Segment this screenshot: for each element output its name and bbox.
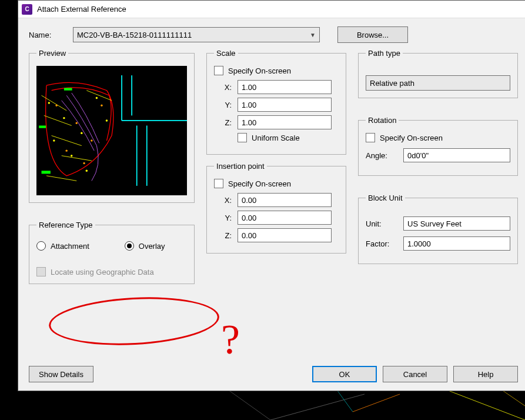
svg-point-22: [76, 122, 78, 124]
block-unit-legend: Block Unit: [366, 194, 405, 202]
ok-button[interactable]: OK: [312, 366, 377, 382]
path-type-dropdown[interactable]: Relative path: [366, 75, 510, 91]
rotation-legend: Rotation: [366, 116, 399, 125]
insertion-group: Insertion point Specify On-screen X: Y: …: [206, 162, 346, 254]
show-details-button[interactable]: Show Details: [29, 366, 93, 382]
attachment-label: Attachment: [51, 242, 89, 251]
rotation-group: Rotation Specify On-screen Angle:: [358, 116, 518, 176]
svg-point-29: [81, 132, 82, 134]
svg-rect-19: [39, 125, 46, 128]
chevron-down-icon: ▼: [310, 32, 316, 38]
scale-x-input[interactable]: [238, 80, 332, 94]
svg-point-21: [55, 105, 57, 106]
titlebar: C Attach External Reference: [18, 1, 525, 18]
svg-rect-20: [64, 88, 72, 90]
preview-group: Preview: [29, 49, 195, 203]
insertion-y-input[interactable]: [238, 211, 332, 225]
annotation-question-mark: ?: [221, 318, 240, 361]
svg-point-25: [83, 162, 85, 164]
reference-type-group: Reference Type Attachment Overlay Locate…: [29, 221, 195, 284]
path-type-legend: Path type: [366, 49, 403, 58]
reference-type-legend: Reference Type: [36, 221, 95, 229]
checkbox-icon: [36, 267, 46, 276]
path-type-group: Path type Relative path: [358, 49, 518, 98]
insertion-legend: Insertion point: [214, 162, 267, 171]
scale-legend: Scale: [214, 49, 238, 58]
insertion-x-input[interactable]: [238, 193, 332, 207]
block-unit-factor: 1.0000: [403, 236, 510, 251]
svg-point-34: [53, 139, 55, 141]
name-dropdown[interactable]: MC20-VB-BA-15218-0111111111 ▼: [73, 27, 320, 42]
help-button[interactable]: Help: [453, 366, 518, 382]
scale-group: Scale Specify On-screen X: Y: Z: Uniform…: [206, 49, 346, 155]
insertion-specify-checkbox[interactable]: Specify On-screen: [214, 179, 339, 188]
svg-rect-18: [42, 171, 51, 174]
annotation-oval: [48, 293, 220, 349]
name-value: MC20-VB-BA-15218-0111111111: [77, 31, 192, 39]
uniform-scale-checkbox[interactable]: Uniform Scale: [238, 133, 339, 142]
name-label: Name:: [29, 31, 61, 39]
svg-point-32: [106, 119, 108, 121]
attach-xref-dialog: C Attach External Reference Name: MC20-V…: [18, 0, 525, 391]
overlay-label: Overlay: [139, 242, 165, 251]
block-unit-value: US Survey Feet: [403, 216, 510, 231]
cancel-button[interactable]: Cancel: [383, 366, 447, 382]
attachment-radio[interactable]: Attachment: [36, 241, 89, 251]
svg-point-27: [48, 102, 50, 104]
preview-legend: Preview: [36, 49, 68, 58]
svg-point-26: [101, 105, 102, 106]
locate-geographic-checkbox: Locate using Geographic Data: [36, 267, 187, 276]
block-unit-group: Block Unit Unit: US Survey Feet Factor: …: [358, 194, 518, 264]
scale-y-input[interactable]: [238, 98, 332, 112]
svg-point-28: [63, 117, 65, 119]
scale-z-input[interactable]: [238, 115, 332, 129]
svg-point-24: [65, 149, 67, 151]
svg-point-30: [71, 155, 72, 156]
rotation-specify-checkbox[interactable]: Specify On-screen: [366, 133, 510, 142]
svg-line-1: [270, 394, 365, 420]
svg-line-3: [353, 394, 400, 412]
dialog-title: Attach External Reference: [37, 5, 126, 14]
svg-point-31: [86, 170, 88, 172]
svg-point-33: [96, 97, 98, 99]
rotation-angle-input[interactable]: [403, 148, 510, 162]
preview-thumbnail: [36, 66, 187, 195]
insertion-z-input[interactable]: [238, 228, 332, 242]
overlay-radio[interactable]: Overlay: [125, 241, 165, 251]
svg-point-23: [91, 139, 92, 141]
browse-button[interactable]: Browse...: [337, 26, 408, 43]
app-icon: C: [22, 4, 32, 15]
locate-geographic-label: Locate using Geographic Data: [51, 268, 154, 276]
scale-specify-checkbox[interactable]: Specify On-screen: [214, 66, 339, 75]
